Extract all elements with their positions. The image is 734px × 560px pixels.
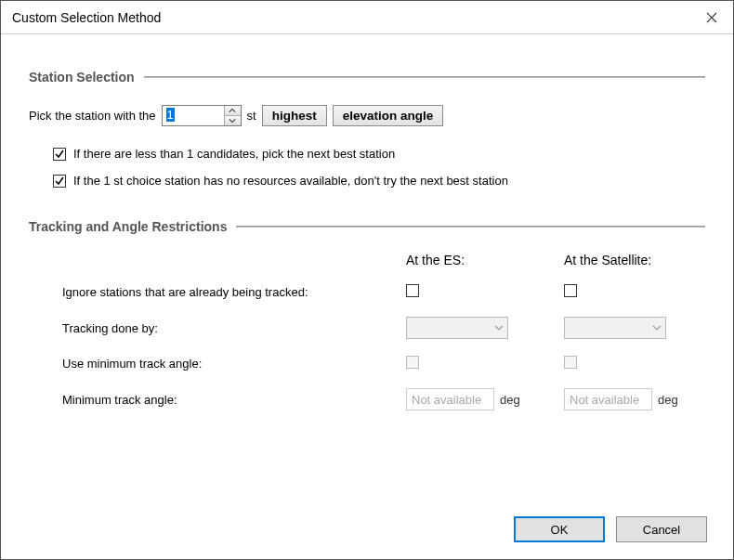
dialog-content: Station Selection Pick the station with … [1,34,733,516]
minangle-sat-input[interactable]: Not available [564,388,652,410]
titlebar: Custom Selection Method [1,1,733,34]
no-resources-label: If the 1 st choice station has no resour… [73,174,508,188]
ordinal-spinner[interactable]: 1 [162,105,242,126]
no-resources-checkbox[interactable] [53,175,66,188]
trackby-sat-select[interactable] [564,317,666,339]
close-icon [706,12,717,23]
es-column-header: At the ES: [406,253,545,267]
minangle-es-input[interactable]: Not available [406,388,494,410]
spinner-up-button[interactable] [225,106,241,116]
ignore-row-label: Ignore stations that are already being t… [62,285,406,299]
fallback-checkbox[interactable] [53,148,66,161]
chevron-down-icon [494,325,504,331]
dialog-footer: OK Cancel [1,516,733,559]
deg-unit: deg [500,393,520,407]
checkmark-icon [54,176,65,187]
tracking-heading: Tracking and Angle Restrictions [29,219,227,234]
cancel-button[interactable]: Cancel [616,516,707,542]
close-button[interactable] [690,1,733,33]
no-resources-checkbox-row: If the 1 st choice station has no resour… [53,174,705,188]
ignore-es-checkbox[interactable] [406,284,419,297]
fallback-label: If there are less than 1 candidates, pic… [73,147,395,161]
dialog-title: Custom Selection Method [12,10,690,25]
minangle-row-label: Minimum track angle: [62,393,406,407]
chevron-up-icon [229,108,236,113]
tracking-grid: At the ES: At the Satellite: Ignore stat… [62,253,705,410]
ordinal-suffix-label: st [247,109,256,123]
chevron-down-icon [229,118,236,124]
station-selection-heading: Station Selection [29,70,135,85]
usemin-sat-checkbox[interactable] [564,356,577,369]
divider [144,76,705,78]
checkmark-icon [54,149,65,160]
ok-button[interactable]: OK [514,516,605,542]
sat-column-header: At the Satellite: [564,253,703,267]
ignore-sat-checkbox[interactable] [564,284,577,297]
pick-station-row: Pick the station with the 1 st highest e… [29,105,705,126]
deg-unit: deg [658,393,678,407]
pick-prefix-label: Pick the station with the [29,109,156,123]
chevron-down-icon [652,325,662,331]
divider [236,226,705,228]
fallback-checkbox-row: If there are less than 1 candidates, pic… [53,147,705,161]
tracking-header: Tracking and Angle Restrictions [29,219,705,234]
usemin-es-checkbox[interactable] [406,356,419,369]
station-selection-header: Station Selection [29,70,705,85]
ordinal-value[interactable]: 1 [163,106,224,125]
trackby-es-select[interactable] [406,317,508,339]
trackby-row-label: Tracking done by: [62,321,406,335]
metric-dropdown[interactable]: elevation angle [333,105,444,126]
usemin-row-label: Use minimum track angle: [62,357,406,371]
spinner-down-button[interactable] [225,116,241,125]
mode-dropdown[interactable]: highest [262,105,327,126]
